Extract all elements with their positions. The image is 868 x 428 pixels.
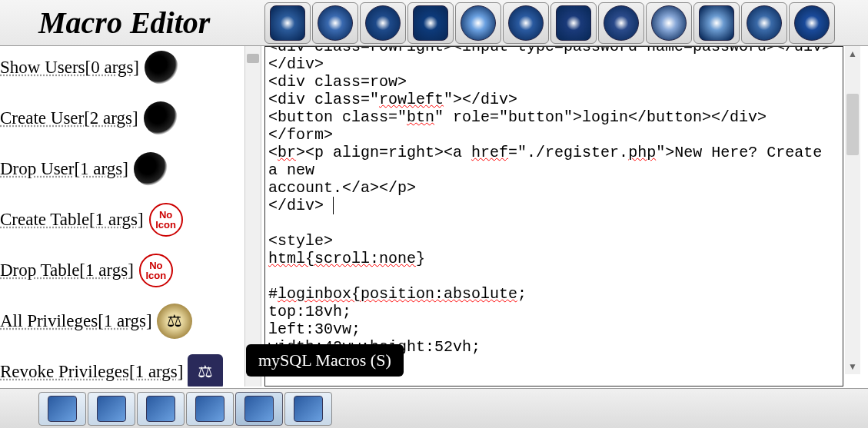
toolbar-icon-2[interactable] [360,2,406,44]
no-icon: NoIcon [148,202,184,237]
macro-item[interactable]: Drop Table[1 args]NoIcon [0,249,244,300]
toolbar-glyph-icon [270,5,305,41]
code-line: account.</a></p> [268,179,840,197]
macro-item[interactable]: Create User[2 args] [0,97,244,148]
code-line [268,267,840,285]
toolbar-icon-5[interactable] [503,2,549,44]
toolbar-icon-11[interactable] [789,2,835,44]
toolbar-glyph-icon [699,5,734,41]
toolbar-glyph-icon [318,5,353,41]
code-line: <br><p align=right><a href="./register.p… [268,144,840,179]
macro-item[interactable]: Drop User[1 args] [0,148,244,198]
scales-dark-icon: ⚖ [188,354,223,387]
toolbar-icon-1[interactable] [312,2,358,44]
editor-scroll-thumb[interactable] [846,94,859,155]
bottom-tab-4[interactable] [235,392,283,426]
code-editor[interactable]: <div class=rowright><input type=password… [264,46,843,387]
bottom-tab-bar [0,388,868,428]
toolbar-icon-9[interactable] [693,2,740,44]
code-line: </div> [268,55,840,73]
tab-glyph-icon [294,396,323,422]
code-line [268,214,840,232]
bottom-tab-1[interactable] [88,392,135,426]
code-line: </form> [268,126,840,144]
scroll-up-arrow[interactable]: ▲ [846,48,859,60]
macro-item-label[interactable]: Create User[2 args] [0,108,138,128]
toolbar-glyph-icon [794,5,830,41]
user-head-icon [144,50,179,85]
tab-glyph-icon [244,396,274,422]
macro-item[interactable]: Revoke Privileges[1 args]⚖ [0,350,244,387]
macro-item-label[interactable]: Create Table[1 args] [0,210,144,230]
toolbar-icon-8[interactable] [646,2,692,44]
tooltip: mySQL Macros (S) [246,344,404,377]
tab-glyph-icon [195,396,224,422]
code-line: <div class="rowleft"></div> [268,91,840,108]
code-line: </div> [268,197,840,214]
code-line: <style> [268,232,840,250]
toolbar-glyph-icon [413,5,448,41]
tab-glyph-icon [146,396,175,422]
toolbar-icon-7[interactable] [598,2,644,44]
toolbar-glyph-icon [604,5,639,41]
sidebar-scrollbar[interactable] [244,46,261,387]
code-line: <div class=row> [268,73,840,91]
code-line: #loginbox{position:absolute; [268,285,840,303]
macro-item[interactable]: Create Table[1 args]NoIcon [0,198,244,249]
toolbar-glyph-icon [508,5,544,41]
toolbar-glyph-icon [651,5,687,41]
code-line: html{scroll:none} [268,250,840,267]
top-toolbar [264,2,835,44]
toolbar-glyph-icon [747,5,782,41]
toolbar-icon-10[interactable] [741,2,787,44]
bottom-tab-2[interactable] [137,392,185,426]
user-head-icon [143,101,178,136]
toolbar-icon-6[interactable] [550,2,597,44]
bottom-tab-5[interactable] [284,392,332,426]
scroll-down-arrow[interactable]: ▼ [846,360,859,373]
macro-item-label[interactable]: All Privileges[1 args] [0,311,152,331]
code-line: top:18vh; [268,303,840,320]
code-line: <button class="btn" role="button">login<… [268,108,840,126]
macro-item-label[interactable]: Drop Table[1 args] [0,260,134,280]
toolbar-icon-3[interactable] [407,2,454,44]
no-icon: NoIcon [138,253,174,288]
macro-list-sidebar: Show Users[0 args]Create User[2 args]Dro… [0,46,244,387]
toolbar-icon-4[interactable] [455,2,501,44]
macro-item-label[interactable]: Revoke Privileges[1 args] [0,362,183,382]
toolbar-glyph-icon [556,5,591,41]
user-head-icon [133,151,168,187]
bottom-tab-3[interactable] [186,392,234,426]
toolbar-glyph-icon [461,5,496,41]
macro-item[interactable]: Show Users[0 args] [0,46,244,97]
editor-scrollbar[interactable]: ▲ ▼ [845,46,860,374]
macro-item-label[interactable]: Show Users[0 args] [0,58,139,78]
tab-glyph-icon [48,396,77,422]
macro-item-label[interactable]: Drop User[1 args] [0,159,128,179]
scales-icon: ⚖ [157,304,192,339]
macro-item[interactable]: All Privileges[1 args]⚖ [0,300,244,350]
toolbar-icon-0[interactable] [264,2,311,44]
code-line: left:30vw; [268,320,840,338]
app-title: Macro Editor [0,5,210,41]
tab-glyph-icon [97,396,126,422]
toolbar-glyph-icon [365,5,401,41]
bottom-tab-0[interactable] [38,392,86,426]
code-line: <div class=rowright><input type=password… [268,46,840,55]
sidebar-scroll-thumb[interactable] [247,54,259,63]
